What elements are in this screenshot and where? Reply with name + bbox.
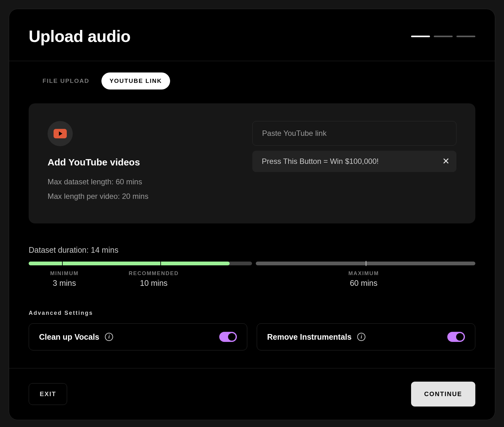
toggle-clean-up-vocals[interactable] bbox=[219, 332, 237, 342]
meter-tick-mid bbox=[366, 261, 366, 266]
meter-rec-value: 10 mins bbox=[100, 279, 207, 288]
duration-meter-left bbox=[29, 262, 252, 265]
meter-max-head: Maximum bbox=[252, 270, 475, 277]
youtube-panel-heading: Add YouTube videos bbox=[48, 157, 240, 168]
continue-button[interactable]: Continue bbox=[411, 382, 475, 407]
modal-content: File upload YouTube link Add YouTube vid… bbox=[9, 61, 495, 368]
duration-meter bbox=[29, 262, 475, 265]
meter-min-head: Minimum bbox=[29, 270, 100, 277]
remove-link-button[interactable]: ✕ bbox=[441, 157, 450, 166]
modal-footer: Exit Continue bbox=[9, 368, 495, 420]
youtube-panel-line1: Max dataset length: 60 mins bbox=[48, 175, 240, 189]
youtube-panel: Add YouTube videos Max dataset length: 6… bbox=[29, 103, 475, 223]
option-clean-up-vocals-label: Clean up Vocals bbox=[39, 332, 99, 342]
youtube-icon bbox=[54, 129, 67, 138]
tab-file-upload[interactable]: File upload bbox=[34, 72, 98, 89]
meter-max-value: 60 mins bbox=[252, 279, 475, 288]
youtube-link-chip: Press This Button = Win $100,000! ✕ bbox=[252, 151, 456, 172]
youtube-panel-inputs: Press This Button = Win $100,000! ✕ bbox=[252, 121, 456, 203]
meter-rec-head: Recommended bbox=[100, 270, 207, 277]
youtube-link-input[interactable] bbox=[252, 121, 456, 146]
meter-min-value: 3 mins bbox=[29, 279, 100, 288]
modal-header: Upload audio bbox=[9, 9, 495, 61]
option-remove-instrumentals: Remove Instrumentals i bbox=[257, 323, 475, 350]
meter-col-max: Maximum 60 mins bbox=[252, 270, 475, 288]
info-icon[interactable]: i bbox=[105, 333, 113, 341]
option-remove-instrumentals-label: Remove Instrumentals bbox=[267, 332, 352, 342]
advanced-settings: Advanced Settings Clean up Vocals i Remo… bbox=[29, 310, 475, 350]
info-icon[interactable]: i bbox=[357, 333, 365, 341]
toggle-remove-instrumentals[interactable] bbox=[447, 332, 465, 342]
meter-col-min: Minimum 3 mins bbox=[29, 270, 100, 288]
step-dot-2 bbox=[434, 36, 453, 37]
youtube-icon-circle bbox=[48, 121, 73, 146]
meter-divider-rec bbox=[160, 262, 161, 265]
duration-meter-right bbox=[256, 262, 475, 265]
advanced-settings-title: Advanced Settings bbox=[29, 310, 475, 316]
youtube-panel-info: Add YouTube videos Max dataset length: 6… bbox=[48, 121, 240, 203]
meter-col-rec: Recommended 10 mins bbox=[100, 270, 207, 288]
page-title: Upload audio bbox=[29, 27, 130, 46]
duration-meter-labels: Minimum 3 mins Recommended 10 mins Maxim… bbox=[29, 270, 475, 288]
meter-divider-min bbox=[62, 262, 63, 265]
upload-tabs: File upload YouTube link bbox=[34, 72, 475, 89]
duration-label: Dataset duration: 14 mins bbox=[29, 245, 475, 255]
step-dot-3 bbox=[456, 36, 475, 37]
duration-block: Dataset duration: 14 mins Minimum 3 mins bbox=[29, 245, 475, 288]
tab-youtube-link[interactable]: YouTube link bbox=[101, 72, 170, 89]
youtube-panel-line2: Max length per video: 20 mins bbox=[48, 189, 240, 204]
duration-meter-fill bbox=[29, 262, 230, 265]
close-icon: ✕ bbox=[442, 157, 450, 166]
advanced-settings-row: Clean up Vocals i Remove Instrumentals i bbox=[29, 323, 475, 350]
option-clean-up-vocals: Clean up Vocals i bbox=[29, 323, 247, 350]
step-indicator bbox=[411, 36, 475, 37]
step-dot-1 bbox=[411, 36, 430, 37]
exit-button[interactable]: Exit bbox=[29, 383, 67, 405]
youtube-link-chip-title: Press This Button = Win $100,000! bbox=[262, 157, 379, 166]
modal-card: Upload audio File upload YouTube link Ad… bbox=[9, 9, 495, 420]
